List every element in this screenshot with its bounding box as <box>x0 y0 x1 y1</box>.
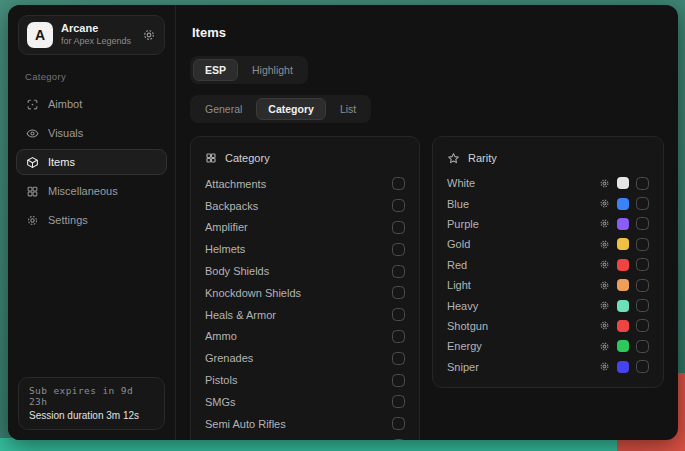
category-label: Ammo <box>205 330 237 342</box>
sidebar-item-items[interactable]: Items <box>16 149 167 175</box>
crosshair-icon <box>26 98 39 111</box>
sidebar-nav: Aimbot Visuals Items Miscellaneous Setti… <box>16 91 167 233</box>
checkbox[interactable] <box>392 308 405 321</box>
rarity-label: White <box>447 177 599 189</box>
checkbox[interactable] <box>636 319 649 332</box>
checkbox[interactable] <box>392 243 405 256</box>
color-swatch[interactable] <box>617 340 629 352</box>
category-label: Heals & Armor <box>205 309 276 321</box>
app-subtitle: for Apex Legends <box>61 36 131 48</box>
category-row: Grenades <box>205 347 405 369</box>
category-row: Attachments <box>205 173 405 195</box>
checkbox[interactable] <box>392 265 405 278</box>
color-swatch[interactable] <box>617 300 629 312</box>
color-swatch[interactable] <box>617 177 629 189</box>
category-row: Ammo <box>205 326 405 348</box>
rarity-row: Shotgun <box>447 316 649 336</box>
checkbox[interactable] <box>636 217 649 230</box>
checkbox[interactable] <box>392 352 405 365</box>
category-label: Helmets <box>205 243 245 255</box>
rarity-row: Energy <box>447 336 649 356</box>
checkbox[interactable] <box>636 197 649 210</box>
checkbox[interactable] <box>636 299 649 312</box>
color-swatch[interactable] <box>617 361 629 373</box>
color-swatch[interactable] <box>617 320 629 332</box>
sidebar-item-label: Items <box>48 156 75 168</box>
checkbox[interactable] <box>636 238 649 251</box>
rarity-settings-button[interactable] <box>599 239 610 250</box>
tab-highlight[interactable]: Highlight <box>240 59 305 81</box>
checkbox[interactable] <box>392 330 405 343</box>
app-title-block: Arcane for Apex Legends <box>61 22 131 47</box>
checkbox[interactable] <box>392 286 405 299</box>
rarity-settings-button[interactable] <box>599 198 610 209</box>
rarity-settings-button[interactable] <box>599 259 610 270</box>
checkbox[interactable] <box>392 221 405 234</box>
view-tabs: General Category List <box>190 95 371 123</box>
category-label: Assault Rifles <box>205 439 272 440</box>
rarity-row: Blue <box>447 193 649 213</box>
rarity-label: Shotgun <box>447 320 599 332</box>
tab-category[interactable]: Category <box>256 98 326 120</box>
rarity-settings-button[interactable] <box>599 341 610 352</box>
category-panel: Category Attachments Backpacks Amplifier… <box>190 136 420 440</box>
rarity-label: Purple <box>447 218 599 230</box>
rarity-row: Sniper <box>447 357 649 377</box>
rarity-settings-button[interactable] <box>599 280 610 291</box>
rarity-panel: Rarity White Blue Purple Gold <box>432 136 664 388</box>
rarity-settings-button[interactable] <box>599 320 610 331</box>
color-swatch[interactable] <box>617 238 629 250</box>
sidebar-item-visuals[interactable]: Visuals <box>16 120 167 146</box>
app-profile-card: A Arcane for Apex Legends <box>18 15 165 55</box>
color-swatch[interactable] <box>617 198 629 210</box>
checkbox[interactable] <box>392 199 405 212</box>
checkbox[interactable] <box>636 340 649 353</box>
category-panel-header: Category <box>205 146 405 170</box>
checkbox[interactable] <box>392 439 405 440</box>
mode-tabs: ESP Highlight <box>190 56 308 84</box>
checkbox[interactable] <box>636 279 649 292</box>
checkbox[interactable] <box>636 360 649 373</box>
sidebar-item-miscellaneous[interactable]: Miscellaneous <box>16 178 167 204</box>
color-swatch[interactable] <box>617 259 629 271</box>
sidebar-item-settings[interactable]: Settings <box>16 207 167 233</box>
subscription-card: Sub expires in 9d 23h Session duration 3… <box>18 377 165 430</box>
app-name: Arcane <box>61 22 131 36</box>
rarity-row: Light <box>447 275 649 295</box>
checkbox[interactable] <box>392 374 405 387</box>
category-label: Attachments <box>205 178 266 190</box>
rarity-panel-title: Rarity <box>468 152 497 164</box>
category-row: Body Shields <box>205 260 405 282</box>
tab-esp[interactable]: ESP <box>193 59 238 81</box>
color-swatch[interactable] <box>617 279 629 291</box>
rarity-row: Purple <box>447 214 649 234</box>
page-title: Items <box>192 25 664 40</box>
category-label: Knockdown Shields <box>205 287 301 299</box>
checkbox[interactable] <box>636 258 649 271</box>
main-content: Items ESP Highlight General Category Lis… <box>176 5 678 440</box>
checkbox[interactable] <box>392 395 405 408</box>
sub-expires-text: Sub expires in 9d 23h <box>29 385 154 407</box>
tab-list[interactable]: List <box>328 98 368 120</box>
profile-settings-button[interactable] <box>142 28 156 42</box>
sidebar-item-label: Miscellaneous <box>48 185 118 197</box>
sidebar-item-label: Visuals <box>48 127 83 139</box>
checkbox[interactable] <box>392 417 405 430</box>
rarity-settings-button[interactable] <box>599 178 610 189</box>
category-label: SMGs <box>205 396 236 408</box>
color-swatch[interactable] <box>617 218 629 230</box>
checkbox[interactable] <box>392 177 405 190</box>
gear-icon <box>26 214 39 227</box>
sidebar-item-aimbot[interactable]: Aimbot <box>16 91 167 117</box>
rarity-settings-button[interactable] <box>599 361 610 372</box>
tab-general[interactable]: General <box>193 98 254 120</box>
rarity-label: Light <box>447 279 599 291</box>
rarity-settings-button[interactable] <box>599 218 610 229</box>
rarity-label: Red <box>447 259 599 271</box>
rarity-settings-button[interactable] <box>599 300 610 311</box>
sidebar-section-label: Category <box>25 71 158 82</box>
rarity-label: Energy <box>447 340 599 352</box>
app-window: A Arcane for Apex Legends Category Aimbo… <box>8 5 678 440</box>
checkbox[interactable] <box>636 177 649 190</box>
rarity-row: White <box>447 173 649 193</box>
